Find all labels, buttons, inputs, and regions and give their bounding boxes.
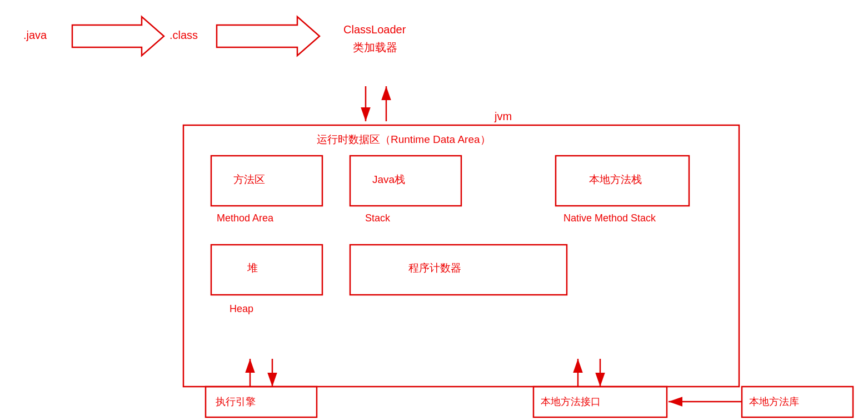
method-area-cn: 方法区 [233,172,265,187]
svg-rect-8 [350,156,461,206]
svg-marker-3 [217,17,320,56]
jvm-label: jvm [495,110,512,123]
heap-en: Heap [230,303,253,315]
native-lib-cn: 本地方法库 [749,395,799,408]
java-stack-en: Stack [365,213,390,224]
program-counter-cn: 程序计数器 [408,261,461,275]
native-method-stack-cn: 本地方法栈 [589,172,642,187]
java-label: .java [23,29,47,42]
java-stack-cn: Java栈 [372,172,405,187]
runtime-area-label: 运行时数据区（Runtime Data Area） [317,132,491,147]
heap-cn: 堆 [247,261,258,275]
classloader-cn-label: 类加载器 [353,40,397,55]
class-label: .class [169,29,198,42]
native-method-interface-cn: 本地方法接口 [541,395,601,408]
svg-rect-10 [211,245,322,295]
svg-marker-2 [72,17,164,56]
svg-rect-6 [183,125,739,387]
native-method-stack-en: Native Method Stack [563,213,656,224]
execution-engine-cn: 执行引擎 [216,395,256,408]
method-area-en: Method Area [217,213,273,224]
classloader-label: ClassLoader [343,23,406,36]
svg-rect-7 [211,156,322,206]
